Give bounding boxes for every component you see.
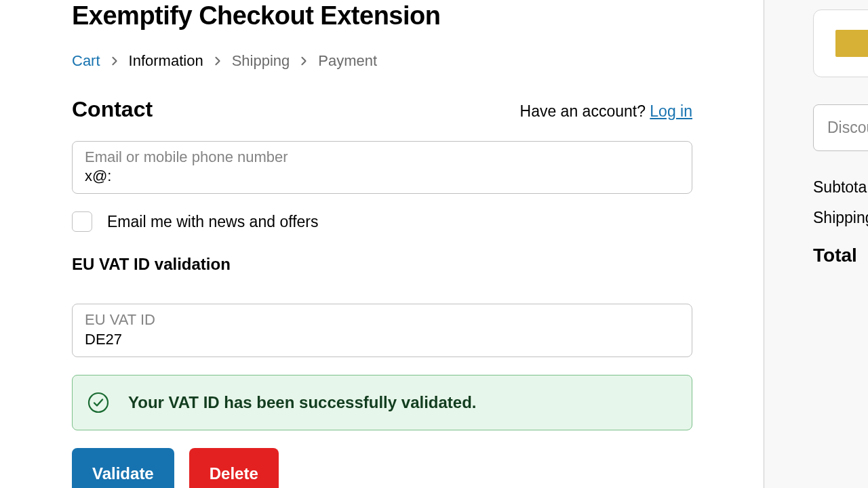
cart-item-thumbnail [813, 9, 868, 77]
newsletter-checkbox[interactable] [72, 211, 92, 232]
delete-button[interactable]: Delete [189, 448, 279, 488]
checkmark-circle-icon [87, 392, 109, 413]
crumb-cart[interactable]: Cart [72, 52, 100, 70]
chevron-right-icon [110, 56, 119, 66]
total-label: Total [813, 245, 868, 266]
chevron-right-icon [299, 56, 309, 66]
vat-field[interactable] [85, 331, 679, 348]
login-link[interactable]: Log in [650, 102, 692, 120]
chevron-right-icon [213, 56, 222, 66]
contact-heading: Contact [72, 97, 153, 122]
vat-success-alert: Your VAT ID has been successfully valida… [72, 375, 692, 430]
email-field[interactable] [85, 167, 679, 185]
account-prompt: Have an account? Log in [520, 102, 692, 121]
svg-point-0 [89, 393, 108, 412]
shipping-label: Shipping [813, 209, 868, 227]
subtotal-label: Subtota [813, 178, 868, 197]
vat-field-label: EU VAT ID [85, 311, 679, 329]
discount-code-field[interactable]: Discou [813, 104, 868, 151]
product-image [835, 30, 868, 57]
order-summary-sidebar: Discou Subtota Shipping Total [764, 0, 868, 488]
crumb-payment: Payment [318, 52, 377, 70]
validate-button[interactable]: Validate [72, 448, 174, 488]
newsletter-label: Email me with news and offers [107, 213, 319, 231]
email-field-wrapper[interactable]: Email or mobile phone number [72, 141, 692, 194]
breadcrumb: Cart Information Shipping Payment [72, 52, 764, 70]
crumb-information: Information [129, 52, 203, 70]
page-title: Exemptify Checkout Extension [72, 1, 764, 30]
account-prompt-text: Have an account? [520, 102, 650, 120]
vat-field-wrapper[interactable]: EU VAT ID [72, 304, 692, 357]
crumb-shipping: Shipping [232, 52, 290, 70]
vat-heading: EU VAT ID validation [72, 255, 764, 274]
vat-success-text: Your VAT ID has been successfully valida… [128, 393, 477, 412]
email-field-label: Email or mobile phone number [85, 148, 679, 166]
